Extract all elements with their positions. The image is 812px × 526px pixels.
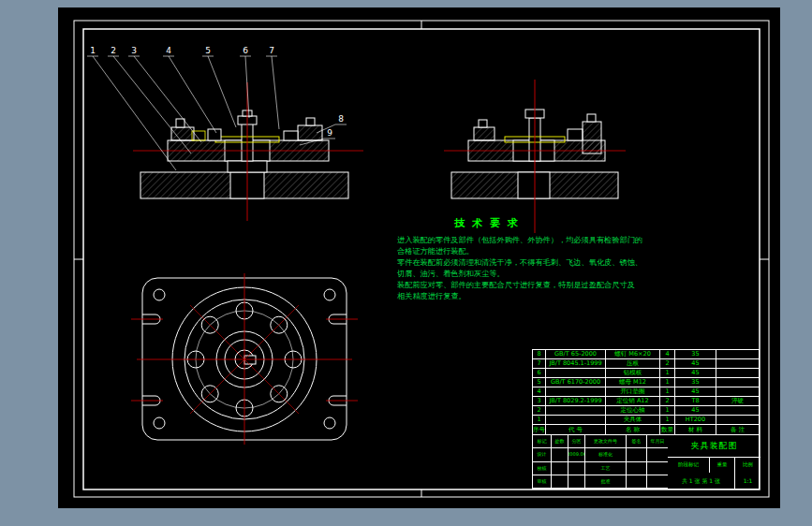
tech-requirement-line: 合格证方能进行装配。 — [397, 245, 633, 256]
sheet-count: 共 1 张 第 1 张 — [668, 473, 735, 489]
part-qty: 2 — [660, 397, 675, 406]
sign-name — [552, 448, 568, 461]
rev-date: 年月日 — [647, 435, 668, 448]
part-qty: 4 — [660, 350, 675, 359]
tech-requirement-line: 切屑、油污、着色剂和灰尘等。 — [397, 268, 633, 279]
part-name: 螺钉 M6×20 — [606, 350, 660, 359]
sheet-row: 共 1 张 第 1 张 1:1 — [668, 473, 760, 489]
cad-window: 1 2 3 4 5 6 7 8 9 — [0, 0, 812, 526]
mid-right-part — [568, 129, 583, 140]
part-remark — [716, 387, 759, 397]
part-code — [546, 406, 606, 416]
part-material: 35 — [675, 378, 716, 387]
right-screw — [306, 118, 315, 125]
callout-label: 2 — [111, 46, 116, 55]
signature-table: 标记 处数 分区 更改文件号 签名 年月日 设计 2009.06 标准化 — [533, 435, 668, 489]
part-name: 定位销 A12 — [606, 397, 660, 406]
part-seq: 6 — [533, 369, 546, 378]
parts-row: 1 夹具体 1 HT200 — [533, 416, 759, 425]
rev-sign: 签名 — [627, 435, 647, 448]
sign-role2: 工艺 — [585, 462, 627, 475]
sign-role: 审核 — [533, 475, 552, 489]
sign-role: 校核 — [533, 462, 552, 475]
title-block-bottom: 标记 处数 分区 更改文件号 签名 年月日 设计 2009.06 标准化 — [533, 435, 759, 489]
tech-requirement-line: 进入装配的零件及部件（包括外购件、外协件），均必须具有检验部门的 — [397, 234, 633, 245]
part-material: 45 — [675, 359, 716, 369]
signature-row: 审核 批准 — [533, 475, 668, 489]
part-code — [546, 369, 606, 378]
callout-label: 3 — [131, 46, 137, 55]
stage-row: 阶段标记 重量 比例 — [668, 458, 760, 473]
part-remark — [716, 406, 759, 416]
sign-date: 2009.06 — [568, 448, 585, 461]
part-material: 45 — [675, 406, 716, 416]
sign-date2 — [647, 475, 668, 489]
drawing-title: 夹具装配图 — [668, 435, 760, 458]
part-code: JB/T 8045.1-1999 — [546, 359, 606, 369]
part-name: 螺母 M12 — [606, 378, 660, 387]
part-name: 钻模板 — [606, 369, 660, 378]
sign-date — [568, 475, 585, 489]
mid-right-part — [284, 131, 298, 140]
sign-role2: 标准化 — [585, 448, 627, 461]
sign-date — [568, 462, 585, 475]
part-remark — [716, 350, 759, 359]
title-block-right: 夹具装配图 阶段标记 重量 比例 共 1 张 第 1 张 1:1 — [668, 435, 760, 489]
parts-row: 5 GB/T 6170-2000 螺母 M12 1 35 — [533, 378, 759, 387]
mid-left-part — [208, 129, 221, 140]
left-clamp-block — [171, 127, 194, 140]
part-seq: 8 — [533, 350, 546, 359]
callout-label: 5 — [205, 46, 211, 55]
part-seq: 3 — [533, 397, 546, 406]
part-code: GB/T 6170-2000 — [546, 378, 606, 387]
parts-list: 8 GB/T 65-2000 螺钉 M6×20 4 35 7 JB/T 8045… — [533, 350, 759, 425]
part-qty: 1 — [660, 416, 675, 425]
sign-name2 — [627, 475, 647, 489]
part-qty: 1 — [660, 387, 675, 397]
callout-label: 9 — [327, 128, 332, 138]
tech-requirement-line: 零件在装配前必须清理和清洗干净，不得有毛刺、飞边、氧化皮、锈蚀、 — [397, 256, 633, 268]
sign-date2 — [647, 448, 668, 461]
part-seq: 2 — [533, 406, 546, 416]
parts-row: 6 钻模板 1 45 — [533, 369, 759, 378]
part-material: 45 — [675, 387, 716, 397]
sign-name2 — [627, 448, 647, 461]
base-center-hole — [518, 172, 550, 198]
tech-requirement-line: 装配前应对零、部件的主要配合尺寸进行复查，特别是过盈配合尺寸及 — [397, 279, 633, 290]
parts-row: 7 JB/T 8045.1-1999 压板 2 45 — [533, 359, 759, 369]
part-code: GB/T 65-2000 — [546, 350, 606, 359]
signature-rows: 设计 2009.06 标准化 校核 工艺 审核 — [533, 448, 668, 489]
title-block: 8 GB/T 65-2000 螺钉 M6×20 4 35 7 JB/T 8045… — [532, 349, 760, 489]
left-screw — [479, 120, 487, 127]
parts-row: 3 JB/T 8029.2-1999 定位销 A12 2 T8 淬硬 — [533, 397, 759, 406]
left-screw — [176, 119, 185, 127]
part-name: 开口垫圈 — [606, 387, 660, 397]
right-block — [583, 122, 601, 153]
part-seq: 4 — [533, 387, 546, 397]
part-code: JB/T 8029.2-1999 — [546, 397, 606, 406]
sign-role: 设计 — [533, 448, 552, 461]
sign-name — [552, 475, 568, 489]
stage-label: 阶段标记 — [668, 458, 710, 473]
parts-row: 2 定位心轴 1 45 — [533, 406, 759, 416]
left-clamp-block — [474, 127, 495, 140]
part-qty: 2 — [660, 359, 675, 369]
tech-requirements-body: 进入装配的零件及部件（包括外购件、外协件），均必须具有检验部门的合格证方能进行装… — [397, 234, 633, 301]
signature-row: 设计 2009.06 标准化 — [533, 448, 668, 461]
header-remark: 备 注 — [716, 425, 759, 435]
part-qty: 1 — [660, 369, 675, 378]
part-qty: 1 — [660, 378, 675, 387]
part-seq: 5 — [533, 378, 546, 387]
tech-requirements-title: 技 术 要 求 — [397, 216, 577, 230]
right-screw — [587, 114, 596, 122]
parts-row: 4 开口垫圈 1 45 — [533, 387, 759, 397]
callout-label: 1 — [90, 46, 96, 55]
part-material: T8 — [675, 397, 716, 406]
tech-requirement-line: 相关精度进行复查。 — [397, 290, 633, 301]
part-name: 压板 — [606, 359, 660, 369]
parts-header-row: 序号 代 号 名 称 数量 材 料 备 注 — [533, 425, 759, 435]
weight-label: 重量 — [710, 458, 735, 473]
part-material: 35 — [675, 350, 716, 359]
rev-doc: 更改文件号 — [585, 435, 627, 448]
header-code: 代 号 — [546, 425, 606, 435]
